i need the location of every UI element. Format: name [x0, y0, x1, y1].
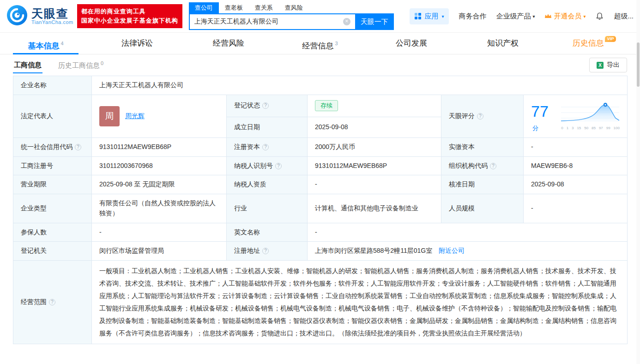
value-registered-capital: 2000万人民币 [308, 138, 441, 157]
search-tab-company[interactable]: 查公司 [189, 2, 219, 13]
notification-bell-icon[interactable] [595, 12, 604, 21]
tab-operating-info[interactable]: 经营信息3 [274, 33, 366, 54]
search-tab-boss[interactable]: 查老板 [219, 2, 249, 13]
slogan-line-1: 都在用的商业查询工具 [81, 7, 178, 16]
label-tianyancha-score: 天眼评分? [441, 95, 524, 137]
value-establish-date: 2025-09-08 [308, 117, 441, 137]
info-icon[interactable]: ? [477, 113, 483, 119]
business-info-table: 企业名称 上海天正天工机器人有限公司 法定代表人 周 周光辉 登记状态? 存续 … [13, 76, 628, 344]
tab-company-development[interactable]: 公司发展 [366, 33, 457, 54]
label-registration-number: 工商注册号 [13, 156, 92, 175]
score-number: 77分 [531, 99, 555, 133]
row-credit-code: 统一社会信用代码? 91310112MAEW9EB68P 注册资本? 2000万… [13, 138, 628, 157]
row-business-term: 营业期限 2025-09-08 至 无固定期限 纳税人资质 - 核准日期 202… [13, 175, 628, 194]
search-tab-relation[interactable]: 查关系 [249, 2, 279, 13]
search-type-tabs: 查公司 查老板 查关系 查风险 [189, 2, 394, 13]
tab-intellectual-property[interactable]: 知识产权 [457, 33, 549, 54]
menu-super-vip[interactable]: 超级... [614, 12, 634, 21]
slogan-banner: 都在用的商业查询工具 国家中小企业发展子基金旗下机构 [77, 4, 182, 28]
crown-icon [544, 12, 552, 20]
subtab-history-registration[interactable]: 历史工商信息0 [58, 60, 103, 70]
value-registered-address: 上海市闵行区紫星路588号2幢11层01G室 附近公司 [308, 242, 628, 261]
info-icon[interactable]: ? [490, 163, 496, 169]
value-tianyancha-score: 77分 [524, 95, 628, 137]
value-staff-size: - [524, 194, 628, 223]
logo-eye-icon [6, 5, 28, 28]
info-icon[interactable]: ? [75, 144, 81, 150]
label-business-scope: 经营范围? [13, 260, 92, 344]
value-legal-representative: 周 周光辉 [92, 95, 227, 137]
label-organization-code: 组织机构代码? [441, 156, 524, 175]
value-credit-code: 91310112MAEW9EB68P [92, 138, 227, 157]
value-industry: 计算机、通信和其他电子设备制造业 [308, 194, 441, 223]
label-industry: 行业 [227, 194, 308, 223]
tab-history-info[interactable]: 历史信息VIP [549, 33, 640, 54]
sub-tabs-row: 工商信息 历史工商信息0 X 导出 [0, 54, 640, 76]
label-paid-capital: 实缴资本 [441, 138, 524, 157]
tab-operating-risk[interactable]: 经营风险 [183, 33, 274, 54]
info-icon[interactable]: ? [262, 144, 269, 150]
apps-label: 应用 [424, 12, 438, 21]
row-legal-rep-status: 法定代表人 周 周光辉 登记状态? 存续 天眼评分? 77分 [13, 95, 628, 117]
row-company-type: 企业类型 有限责任公司（自然人投资或控股的法人独资） 行业 计算机、通信和其他电… [13, 194, 628, 223]
menu-enterprise-products[interactable]: 企业级产品 ▾ [496, 12, 535, 21]
label-business-term: 营业期限 [13, 175, 92, 194]
value-business-scope: 一般项目：工业机器人制造；工业机器人销售；工业机器人安装、维修；智能机器人的研发… [92, 260, 628, 344]
value-company-type: 有限责任公司（自然人投资或控股的法人独资） [92, 194, 227, 223]
header-right-menu: 应用 ▾ 商务合作 企业级产品 ▾ 开通会员 ▾ 超级... [410, 8, 634, 24]
label-taxpayer-quality: 纳税人资质 [227, 175, 308, 194]
top-bar: 天眼查 TianYanCha.com 都在用的商业查询工具 国家中小企业发展子基… [0, 0, 640, 32]
label-english-name: 英文名称 [227, 223, 308, 242]
menu-business-cooperation[interactable]: 商务合作 [459, 12, 486, 21]
score-axis-ticks: 0131550859799100 [561, 125, 620, 131]
search-tab-risk[interactable]: 查风险 [279, 2, 309, 13]
label-approval-date: 核准日期 [441, 175, 524, 194]
score-curve-chart: 0131550859799100 [561, 101, 620, 131]
value-paid-capital: - [524, 138, 628, 157]
row-company-name: 企业名称 上海天正天工机器人有限公司 [13, 76, 628, 95]
apps-menu-button[interactable]: 应用 ▾ [410, 8, 449, 24]
legal-rep-link[interactable]: 周光辉 [125, 111, 145, 121]
excel-icon: X [597, 62, 604, 69]
label-taxpayer-id: 纳税人识别号? [227, 156, 308, 175]
info-icon[interactable]: ? [262, 102, 269, 109]
value-taxpayer-quality: - [308, 175, 441, 194]
search-button[interactable]: 天眼一下 [355, 13, 394, 30]
vip-badge: VIP [605, 36, 616, 42]
label-company-name: 企业名称 [13, 76, 92, 95]
info-icon[interactable]: ? [262, 248, 269, 254]
row-registration-authority: 登记机关 闵行区市场监督管理局 注册地址? 上海市闵行区紫星路588号2幢11层… [13, 242, 628, 261]
value-taxpayer-id: 91310112MAEW9EB68P [308, 156, 441, 175]
nearby-companies-link[interactable]: 附近公司 [439, 247, 465, 254]
row-registration-number: 工商注册号 310112003670968 纳税人识别号? 91310112MA… [13, 156, 628, 175]
slogan-line-2: 国家中小企业发展子基金旗下机构 [81, 16, 178, 25]
info-icon[interactable]: ? [275, 163, 282, 169]
value-organization-code: MAEW9EB6-8 [524, 156, 628, 175]
search-input[interactable] [189, 13, 355, 30]
row-insured-count: 参保人数 - 英文名称 - [13, 223, 628, 242]
label-registered-address: 注册地址? [227, 242, 308, 261]
clear-search-icon[interactable]: × [343, 18, 350, 25]
value-insured-count: - [92, 223, 227, 242]
tab-count-badge: 4 [60, 41, 63, 46]
scrollbar-thumb[interactable] [637, 42, 640, 87]
scrollbar-track [636, 0, 640, 364]
menu-open-vip[interactable]: 开通会员 ▾ [544, 12, 586, 21]
tianyancha-logo[interactable]: 天眼查 TianYanCha.com [6, 5, 73, 28]
search-box: × 天眼一下 [189, 13, 394, 30]
export-button[interactable]: X 导出 [589, 58, 627, 72]
value-registration-status: 存续 [308, 95, 441, 117]
tab-legal-proceedings[interactable]: 法律诉讼 [91, 33, 183, 54]
search-area: 查公司 查老板 查关系 查风险 × 天眼一下 [189, 2, 394, 30]
label-credit-code: 统一社会信用代码? [13, 138, 92, 157]
label-registration-status: 登记状态? [227, 95, 308, 117]
tab-basic-info[interactable]: 基本信息4 [0, 33, 91, 54]
legal-rep-avatar[interactable]: 周 [99, 106, 120, 126]
brand-name: 天眼查 [31, 7, 73, 19]
subtab-business-registration[interactable]: 工商信息 [13, 55, 42, 76]
label-registration-authority: 登记机关 [13, 242, 92, 261]
chevron-down-icon: ▾ [441, 14, 444, 19]
company-section-tabs: 基本信息4 法律诉讼 经营风险 经营信息3 公司发展 知识产权 历史信息VIP [0, 32, 640, 54]
info-icon[interactable]: ? [49, 299, 55, 305]
value-registration-authority: 闵行区市场监督管理局 [92, 242, 227, 261]
